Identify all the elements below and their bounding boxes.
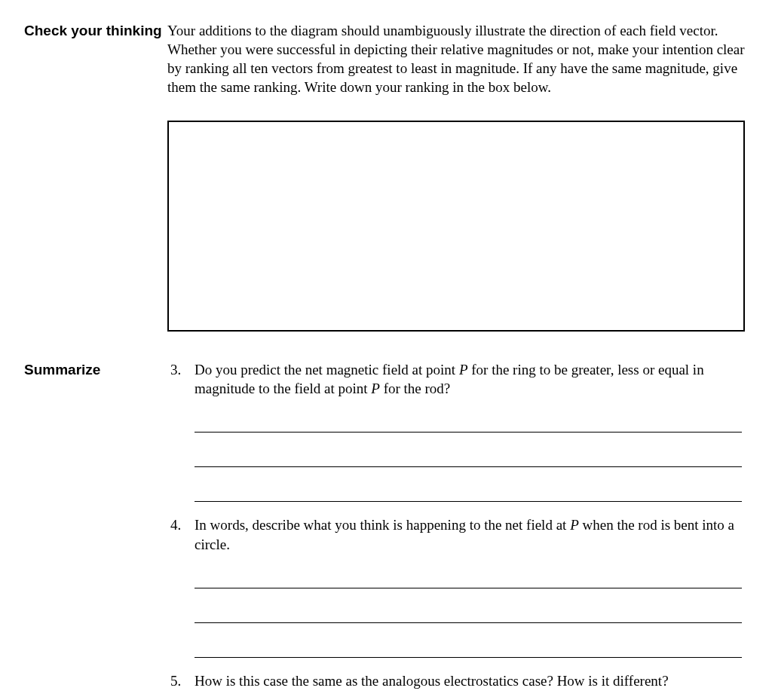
question-4-blanks — [167, 561, 748, 658]
check-thinking-body: Your additions to the diagram should una… — [167, 21, 748, 96]
question-3-num: 3. — [167, 360, 195, 379]
question-5-text: How is this case the same as the analogo… — [195, 671, 748, 690]
q3-it1: P — [459, 362, 468, 378]
answer-line[interactable] — [195, 475, 742, 502]
question-5-num: 5. — [167, 671, 195, 690]
summarize-section: Summarize 3. Do you predict the net magn… — [24, 360, 748, 700]
q4-pre: In words, describe what you think is hap… — [195, 517, 570, 533]
question-5: 5. How is this case the same as the anal… — [167, 671, 748, 690]
question-4: 4. In words, describe what you think is … — [167, 515, 748, 553]
answer-line[interactable] — [195, 561, 742, 588]
q3-pre: Do you predict the net magnetic field at… — [195, 362, 459, 378]
check-instruction: Your additions to the diagram should una… — [167, 21, 748, 96]
q3-post: for the rod? — [380, 381, 450, 396]
q5-pre: How is this case the same as the analogo… — [195, 673, 669, 689]
check-thinking-section: Check your thinking Your additions to th… — [24, 21, 748, 96]
answer-line[interactable] — [195, 596, 742, 623]
q4-it1: P — [570, 517, 579, 533]
summarize-body: 3. Do you predict the net magnetic field… — [167, 360, 748, 700]
q3-it2: P — [371, 381, 380, 396]
answer-line[interactable] — [195, 440, 742, 467]
answer-line[interactable] — [195, 405, 742, 433]
check-thinking-label: Check your thinking — [24, 21, 167, 41]
summarize-label: Summarize — [24, 360, 167, 380]
question-4-text: In words, describe what you think is hap… — [195, 515, 748, 553]
ranking-answer-box[interactable] — [167, 121, 745, 332]
question-3-text: Do you predict the net magnetic field at… — [195, 360, 748, 398]
question-3-blanks — [167, 405, 748, 502]
question-3: 3. Do you predict the net magnetic field… — [167, 360, 748, 398]
question-4-num: 4. — [167, 515, 195, 534]
answer-line[interactable] — [195, 631, 742, 658]
